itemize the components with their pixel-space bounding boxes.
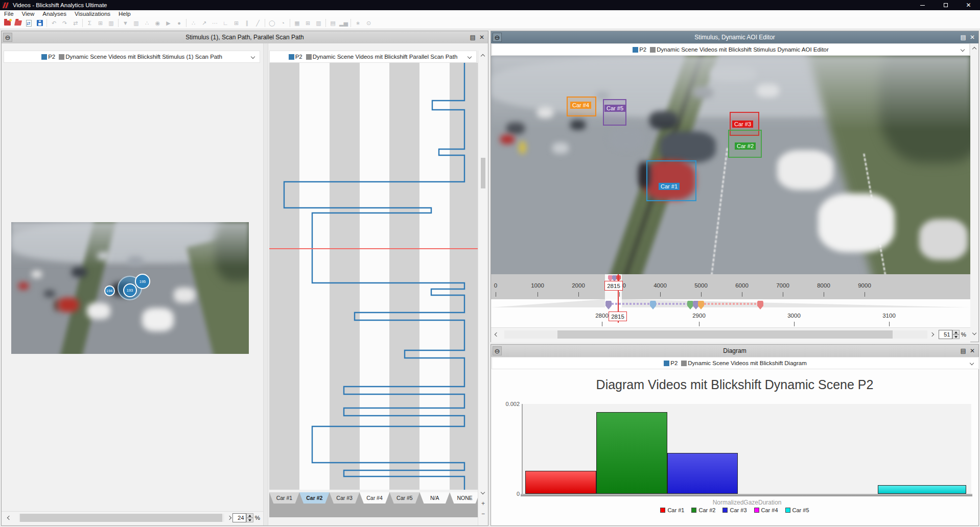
aoi-box-car-2[interactable]: Car #2: [728, 130, 762, 158]
diagram-window: ⊖ Diagram ▤ ✕ P2 Dynamic Scene Videos mi…: [491, 344, 979, 526]
data-grid-icon[interactable]: ⊞: [302, 18, 313, 28]
zoom-value-input[interactable]: 24: [232, 513, 246, 522]
close-button[interactable]: ✕: [957, 0, 980, 10]
close-panel-icon[interactable]: ✕: [970, 347, 975, 354]
scrollbar-thumb[interactable]: [20, 514, 222, 522]
tab-car-5[interactable]: Car #5: [389, 492, 419, 504]
spin-down-button[interactable]: [952, 334, 960, 339]
zoom-value-input[interactable]: 51: [939, 330, 952, 339]
zoom-in-button[interactable]: +: [479, 499, 487, 507]
histogram-icon[interactable]: ▥: [131, 18, 142, 28]
dots-icon[interactable]: ⋯: [209, 18, 220, 28]
menu-file[interactable]: File: [0, 10, 18, 17]
scroll-right-icon[interactable]: [930, 332, 934, 337]
close-panel-icon[interactable]: ✕: [970, 34, 975, 41]
overview-timeline[interactable]: 0100020003000400050006000700080009000281…: [491, 274, 970, 299]
open-project-icon[interactable]: [13, 18, 24, 28]
grid-icon[interactable]: ⊞: [231, 18, 242, 28]
zoom-out-button[interactable]: −: [479, 510, 487, 517]
toolbar-divider: [351, 19, 351, 27]
dock-panel-icon[interactable]: ▤: [470, 34, 476, 41]
aoi-combo-box[interactable]: P2 Dynamic Scene Videos mit Blickshift S…: [492, 43, 970, 56]
aoi-keyframe-marker[interactable]: [650, 301, 656, 309]
undo-icon[interactable]: ↶: [49, 18, 59, 28]
compare-icon[interactable]: ⇄: [70, 18, 81, 28]
scroll-left-icon[interactable]: [495, 332, 499, 337]
pane-splitter[interactable]: [263, 43, 268, 525]
aoi-window-title: Stimulus, Dynamic AOI Editor: [491, 34, 978, 41]
parallel-combo-box[interactable]: P2 Dynamic Scene Videos mit Blickshift P…: [269, 51, 477, 63]
diagram-combo-box[interactable]: P2 Dynamic Scene Videos mit Blickshift D…: [492, 357, 979, 369]
cluster-icon[interactable]: ∴: [188, 18, 199, 28]
link-icon[interactable]: ∗: [353, 18, 363, 28]
collapse-panel-button[interactable]: ⊖: [493, 33, 502, 42]
menu-analyses[interactable]: Analyses: [38, 10, 71, 17]
record-icon[interactable]: ●: [174, 18, 184, 28]
close-panel-icon[interactable]: ✕: [479, 34, 484, 41]
collapse-panel-button[interactable]: ⊖: [493, 346, 502, 355]
maximize-button[interactable]: [934, 0, 957, 10]
aoi-keyframe-marker[interactable]: [757, 301, 763, 309]
filter-icon[interactable]: ▼: [120, 18, 131, 28]
chart-columns-icon[interactable]: ▥: [106, 18, 116, 28]
aoi-box-car-1[interactable]: Car #1: [646, 160, 696, 201]
menu-view[interactable]: View: [18, 10, 39, 17]
dock-panel-icon[interactable]: ▤: [961, 347, 966, 354]
columns-icon[interactable]: ▥: [313, 18, 324, 28]
parallel-scanpath-chart: [269, 63, 480, 490]
tab-car-1[interactable]: Car #1: [269, 492, 299, 504]
scroll-up-icon[interactable]: [481, 54, 485, 58]
aoi-keyframe-marker[interactable]: [698, 301, 704, 309]
detail-timeline[interactable]: 28002900300031002815: [491, 299, 970, 327]
redo-icon[interactable]: ↷: [59, 18, 70, 28]
scatter-icon[interactable]: ∴: [142, 18, 152, 28]
person-icon[interactable]: ◔: [277, 18, 288, 28]
tab-car-2[interactable]: Car #2: [299, 492, 330, 504]
spin-up-button[interactable]: [952, 330, 960, 334]
spin-up-button[interactable]: [246, 513, 253, 518]
x-axis-label: NormalizedGazeDuration: [523, 499, 971, 506]
collapse-panel-button[interactable]: ⊖: [3, 33, 12, 42]
scanpath-combo-box[interactable]: P2 Dynamic Scene Videos mit Blickshift S…: [4, 51, 260, 63]
save-icon[interactable]: [34, 18, 45, 28]
gaze-icon[interactable]: ◉: [152, 18, 163, 28]
aoi-keyframe-marker[interactable]: [687, 301, 693, 309]
slope-icon[interactable]: ╱: [252, 18, 263, 28]
table-icon[interactable]: ⊞: [95, 18, 106, 28]
new-analysis-icon[interactable]: [2, 18, 13, 28]
scroll-up-icon[interactable]: [972, 47, 976, 51]
scroll-down-icon[interactable]: [972, 331, 976, 335]
tab-car-4[interactable]: Car #4: [360, 492, 390, 504]
import-icon[interactable]: [24, 18, 34, 28]
scrollbar-thumb[interactable]: [557, 330, 893, 339]
panels-icon[interactable]: ▤: [328, 18, 338, 28]
film-icon[interactable]: ▦: [292, 18, 302, 28]
trend-icon[interactable]: ↗: [199, 18, 209, 28]
menu-visualizations[interactable]: Visualizations: [71, 10, 114, 17]
scrollbar-track[interactable]: [504, 330, 927, 339]
mini-chart-icon[interactable]: ▂▅: [338, 18, 349, 28]
circle-icon[interactable]: ◯: [267, 18, 277, 28]
aoi-box-car-5[interactable]: Car #5: [603, 99, 626, 126]
scroll-down-icon[interactable]: [481, 490, 485, 494]
play-icon[interactable]: ▶: [163, 18, 174, 28]
spin-down-button[interactable]: [246, 518, 253, 522]
scroll-right-icon[interactable]: [227, 516, 231, 520]
dock-panel-icon[interactable]: ▤: [961, 34, 966, 41]
steps-icon[interactable]: ∟: [220, 18, 231, 28]
scanpath-window-title: Stimulus (1), Scan Path, Parallel Scan P…: [2, 34, 488, 41]
scanpath-window: ⊖ Stimulus (1), Scan Path, Parallel Scan…: [1, 31, 488, 526]
sum-icon[interactable]: Σ: [84, 18, 95, 28]
tab-car-3[interactable]: Car #3: [330, 492, 360, 504]
tab-n-a[interactable]: N/A: [419, 492, 450, 504]
aoi-box-car-4[interactable]: Car #4: [567, 97, 596, 116]
settings-icon[interactable]: ⊙: [363, 18, 374, 28]
tab-none[interactable]: NONE: [450, 492, 480, 504]
aoi-keyframe-marker[interactable]: [605, 301, 612, 309]
menu-help[interactable]: Help: [114, 10, 135, 17]
scrollbar-track[interactable]: [19, 514, 224, 522]
scrollbar-thumb[interactable]: [481, 158, 485, 188]
parallel-icon[interactable]: ∥: [242, 18, 252, 28]
scroll-left-icon[interactable]: [7, 516, 11, 520]
minimize-button[interactable]: [911, 0, 934, 10]
